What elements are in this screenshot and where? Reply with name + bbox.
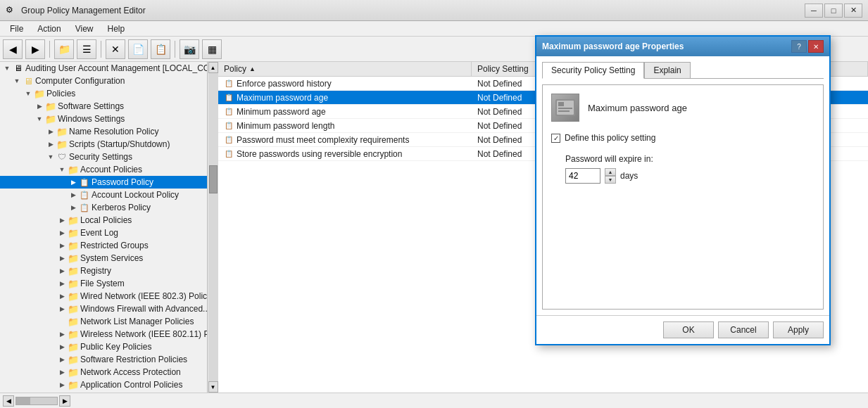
dialog-define-label: Define this policy setting	[565, 133, 655, 143]
toolbar-delete[interactable]: ✕	[106, 39, 125, 59]
tree-expander-event[interactable]: ▶	[56, 227, 68, 238]
tree-item-filesystem[interactable]: ▶ 📁 File System	[0, 277, 207, 290]
tree-expander-scripts[interactable]: ▶	[45, 139, 56, 150]
tree-expander-registry[interactable]: ▶	[56, 265, 68, 276]
tree-item-scripts[interactable]: ▶ 📁 Scripts (Startup/Shutdown)	[0, 138, 207, 151]
maximize-button[interactable]: □	[824, 4, 843, 18]
toolbar-list[interactable]: ☰	[77, 39, 96, 59]
dialog-apply-button[interactable]: Apply	[773, 321, 824, 338]
dialog-help-button[interactable]: ?	[791, 40, 807, 53]
tree-scroll-down[interactable]: ▼	[208, 381, 218, 393]
dialog-define-checkbox[interactable]	[551, 134, 560, 143]
dialog-close-button[interactable]: ✕	[808, 40, 824, 53]
tree-item-event-log[interactable]: ▶ 📁 Event Log	[0, 227, 207, 239]
tree-expander-appcontrol[interactable]: ▶	[56, 379, 68, 390]
toolbar-copy[interactable]: 📋	[151, 39, 170, 59]
tree-scroll-track[interactable]	[208, 73, 218, 381]
dialog-tabs: Security Policy Setting Explain	[542, 62, 824, 79]
tree-item-registry[interactable]: ▶ 📁 Registry	[0, 264, 207, 277]
tree-item-windows-settings[interactable]: ▼ 📁 Windows Settings	[0, 113, 207, 125]
tree-expander-security[interactable]: ▼	[45, 151, 56, 162]
dialog-ok-button[interactable]: OK	[663, 321, 714, 338]
tree-item-wireless[interactable]: ▶ 📁 Wireless Network (IEEE 802.11) P...	[0, 328, 207, 340]
tree-item-netlist[interactable]: ▶ 📁 Network List Manager Policies	[0, 315, 207, 328]
dialog-days-input[interactable]	[565, 168, 600, 184]
tree-item-kerberos[interactable]: ▶ 📋 Kerberos Policy	[0, 201, 207, 214]
toolbar-forward[interactable]: ▶	[25, 39, 45, 59]
tree-expander-sysservices[interactable]: ▶	[56, 253, 68, 264]
tree-expander-kerberos[interactable]: ▶	[68, 202, 79, 213]
scroll-right-btn[interactable]: ▶	[59, 395, 70, 407]
tree-expander-policies[interactable]: ▼	[23, 88, 34, 99]
close-button[interactable]: ✕	[844, 4, 862, 18]
tree-expander-firewall[interactable]: ▶	[56, 303, 68, 314]
tree-item-wired[interactable]: ▶ 📁 Wired Network (IEEE 802.3) Polic...	[0, 290, 207, 302]
tree-item-local-policies[interactable]: ▶ 📁 Local Policies	[0, 214, 207, 227]
tree-expander-softrestrict[interactable]: ▶	[56, 354, 68, 365]
tree-expander-password[interactable]: ▶	[68, 177, 79, 188]
tab-security-policy-setting[interactable]: Security Policy Setting	[542, 62, 644, 79]
tree-icon-account: 📁	[68, 164, 79, 175]
tab-explain[interactable]: Explain	[644, 62, 690, 78]
tree-expander-account[interactable]: ▼	[56, 164, 68, 175]
policy-icon-4: 📋	[224, 135, 234, 145]
tree-item-firewall[interactable]: ▶ 📁 Windows Firewall with Advanced...	[0, 302, 207, 315]
tree-expander-nameres[interactable]: ▶	[45, 126, 56, 137]
spinner-up-button[interactable]: ▲	[605, 168, 616, 176]
status-bar: ◀ ▶	[0, 393, 868, 408]
menu-action[interactable]: Action	[30, 23, 68, 35]
policy-name-1: Maximum password age	[237, 93, 328, 103]
tree-item-appcontrol[interactable]: ▶ 📁 Application Control Policies	[0, 378, 207, 391]
tree-item-netaccess[interactable]: ▶ 📁 Network Access Protection	[0, 366, 207, 378]
spinner-down-button[interactable]: ▼	[605, 176, 616, 184]
tree-item-root[interactable]: ▼ 🖥 Auditing User Account Management [LO…	[0, 62, 207, 75]
tree-item-password-policy[interactable]: ▶ 📋 Password Policy	[0, 176, 207, 189]
tree-expander-lockout[interactable]: ▶	[68, 189, 79, 200]
scroll-track[interactable]	[15, 397, 58, 405]
tree-item-computer-config[interactable]: ▼ 🖥 Computer Configuration	[0, 75, 207, 87]
policy-name-2: Minimum password age	[237, 107, 326, 117]
horizontal-scrollbar: ◀ ▶	[3, 395, 70, 407]
toolbar-properties[interactable]: 📄	[128, 39, 148, 59]
col-header-policy[interactable]: Policy ▲	[218, 62, 472, 76]
tree-scroll-up[interactable]: ▲	[208, 62, 218, 73]
col-policy-label: Policy	[224, 64, 246, 74]
menu-file[interactable]: File	[3, 23, 30, 35]
menu-view[interactable]: View	[68, 23, 101, 35]
tree-item-softrestrict[interactable]: ▶ 📁 Software Restriction Policies	[0, 353, 207, 366]
tree-item-account-policies[interactable]: ▼ 📁 Account Policies	[0, 163, 207, 176]
tree-label-wireless: Wireless Network (IEEE 802.11) P...	[80, 329, 207, 339]
dialog-cancel-button[interactable]: Cancel	[718, 321, 769, 338]
tree-expander-local[interactable]: ▶	[56, 215, 68, 226]
tree-expander-wired[interactable]: ▶	[56, 291, 68, 302]
tree-item-restricted[interactable]: ▶ 📁 Restricted Groups	[0, 239, 207, 252]
tree-expander-computer[interactable]: ▼	[11, 75, 23, 87]
tree-item-security-settings[interactable]: ▼ 🛡 Security Settings	[0, 151, 207, 163]
tree-expander-wireless[interactable]: ▶	[56, 329, 68, 340]
toolbar-back[interactable]: ◀	[3, 39, 23, 59]
tree-expander-filesystem[interactable]: ▶	[56, 278, 68, 289]
tree-item-ipsecurity[interactable]: ▶ 📁 IP Security Policies on Active Dir..…	[0, 391, 207, 393]
tree-expander-software[interactable]: ▶	[34, 101, 45, 112]
tree-label-kerberos: Kerberos Policy	[92, 203, 151, 212]
tree-label-restricted: Restricted Groups	[80, 241, 149, 250]
tree-item-software-settings[interactable]: ▶ 📁 Software Settings	[0, 100, 207, 113]
menu-help[interactable]: Help	[101, 23, 132, 35]
tree-item-policies[interactable]: ▼ 📁 Policies	[0, 87, 207, 100]
tree-item-account-lockout[interactable]: ▶ 📋 Account Lockout Policy	[0, 189, 207, 201]
tree-expander-restricted[interactable]: ▶	[56, 240, 68, 251]
tree-scroll-thumb[interactable]	[209, 165, 218, 193]
tree-expander-netaccess[interactable]: ▶	[56, 366, 68, 378]
toolbar-folder[interactable]: 📁	[54, 39, 74, 59]
tree-item-publickey[interactable]: ▶ 📁 Public Key Policies	[0, 340, 207, 353]
tree-item-name-resolution[interactable]: ▶ 📁 Name Resolution Policy	[0, 125, 207, 138]
toolbar-grid[interactable]: ▦	[202, 39, 222, 59]
tree-expander-root[interactable]: ▼	[1, 63, 13, 74]
tree-expander-ipsecurity[interactable]: ▶	[56, 392, 68, 393]
scroll-left-btn[interactable]: ◀	[3, 395, 14, 407]
tree-expander-windows[interactable]: ▼	[34, 113, 45, 125]
tree-item-system-services[interactable]: ▶ 📁 System Services	[0, 252, 207, 264]
minimize-button[interactable]: ─	[805, 4, 823, 18]
tree-expander-publickey[interactable]: ▶	[56, 341, 68, 352]
toolbar-camera[interactable]: 📷	[180, 39, 199, 59]
